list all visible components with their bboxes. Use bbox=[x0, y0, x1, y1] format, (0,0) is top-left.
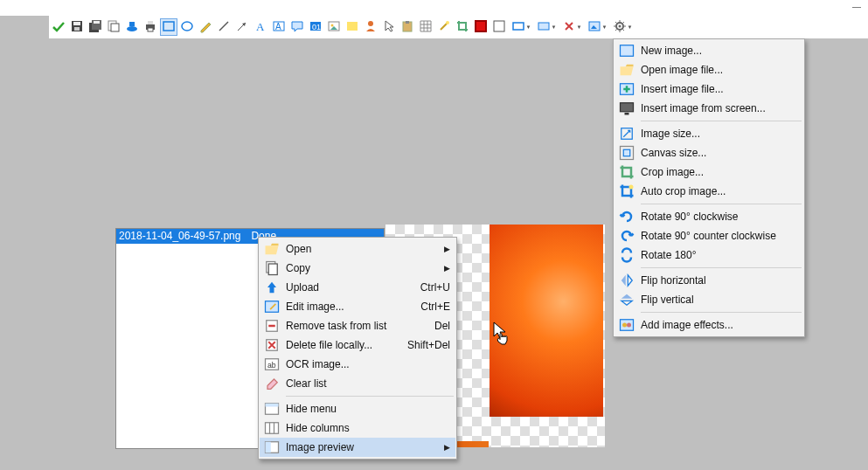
context-menu-item[interactable]: abOCR image... bbox=[260, 355, 455, 374]
screen-icon bbox=[618, 101, 635, 115]
print-button[interactable] bbox=[142, 19, 158, 35]
menu-item-label: Image size... bbox=[641, 128, 798, 140]
svg-rect-31 bbox=[494, 21, 504, 31]
context-menu-item[interactable]: Delete file locally...Shift+Del bbox=[260, 335, 455, 355]
fill-red-button[interactable] bbox=[473, 19, 489, 35]
columns-icon bbox=[263, 421, 281, 435]
context-menu-item[interactable]: Remove task from listDel bbox=[260, 316, 455, 335]
save-button[interactable] bbox=[69, 19, 85, 35]
menu-separator bbox=[641, 267, 802, 268]
image-menu-item[interactable]: New image... bbox=[615, 41, 803, 60]
draw-fill-button[interactable]: ▼ bbox=[535, 19, 558, 35]
arrow-button[interactable] bbox=[234, 19, 250, 35]
flip-h-icon bbox=[618, 273, 635, 287]
chevron-right-icon: ▶ bbox=[444, 264, 450, 273]
context-menu-item[interactable]: Open▶ bbox=[260, 239, 455, 259]
svg-text:A: A bbox=[256, 20, 265, 33]
image-menu-item[interactable]: Open image file... bbox=[615, 60, 803, 79]
menu-shortcut: Ctrl+U bbox=[420, 281, 450, 294]
fill-white-icon bbox=[492, 19, 506, 36]
menu-item-label: Crop image... bbox=[641, 166, 798, 178]
magic-button[interactable] bbox=[436, 19, 452, 35]
image-menu-item[interactable]: Rotate 90° clockwise bbox=[615, 207, 803, 226]
rectangle-select-button[interactable] bbox=[161, 19, 177, 35]
draw-effects-button[interactable]: ▼ bbox=[560, 19, 583, 35]
upload-button[interactable] bbox=[124, 19, 140, 35]
counter-button[interactable]: 01 bbox=[308, 19, 323, 35]
menu-item-label: Delete file locally... bbox=[286, 339, 407, 351]
line-button[interactable] bbox=[216, 19, 232, 35]
image-menu-item[interactable]: Crop image... bbox=[615, 162, 803, 182]
image-menu-item[interactable]: Auto crop image... bbox=[615, 182, 803, 201]
svg-rect-47 bbox=[266, 423, 279, 434]
rotate-cw-icon bbox=[618, 210, 635, 224]
image-menu-item[interactable]: Insert image file... bbox=[615, 79, 803, 99]
paste-button[interactable] bbox=[399, 19, 415, 35]
svg-point-25 bbox=[368, 21, 373, 26]
draw-outline-button[interactable]: ▼ bbox=[510, 19, 532, 35]
paste-icon bbox=[400, 19, 414, 36]
image-menu-item[interactable]: Insert image from screen... bbox=[615, 99, 803, 118]
pointer-button[interactable] bbox=[381, 19, 397, 35]
confirm-button[interactable] bbox=[51, 19, 66, 35]
svg-rect-33 bbox=[538, 23, 549, 30]
ellipse-select-button[interactable] bbox=[179, 19, 195, 35]
context-menu-item[interactable]: Hide menu bbox=[260, 399, 455, 418]
svg-text:01: 01 bbox=[312, 23, 321, 31]
image-menu-item[interactable]: Flip vertical bbox=[615, 290, 803, 309]
flip-v-icon bbox=[618, 293, 635, 307]
crop-button[interactable] bbox=[455, 19, 470, 35]
person-icon bbox=[364, 19, 378, 36]
ocr-icon: ab bbox=[263, 357, 281, 371]
folder-open-icon bbox=[263, 242, 281, 256]
image-menu-item[interactable]: Rotate 90° counter clockwise bbox=[615, 226, 803, 245]
context-menu-item[interactable]: UploadCtrl+U bbox=[260, 278, 455, 297]
open-file-icon bbox=[618, 63, 635, 77]
settings-button[interactable]: ▼ bbox=[611, 19, 634, 35]
text-icon: A bbox=[253, 19, 267, 36]
effects-icon bbox=[618, 318, 635, 332]
image-menu-item[interactable]: Rotate 180° bbox=[615, 245, 803, 265]
save-all-button[interactable] bbox=[87, 19, 103, 35]
menu-item-label: Image preview bbox=[286, 441, 444, 453]
canvas-size-icon bbox=[618, 146, 635, 160]
grid-button[interactable] bbox=[418, 19, 434, 35]
svg-rect-9 bbox=[129, 22, 135, 26]
upload-icon bbox=[125, 19, 139, 36]
context-menu-item[interactable]: Hide columns bbox=[260, 418, 455, 438]
magic-icon bbox=[437, 19, 451, 36]
autocrop-icon bbox=[618, 184, 635, 198]
context-menu-item[interactable]: Edit image...Ctrl+E bbox=[260, 297, 455, 316]
image-menu-item[interactable]: Flip horizontal bbox=[615, 271, 803, 290]
pointer-icon bbox=[382, 19, 396, 36]
context-menu-item[interactable]: Image preview▶ bbox=[260, 438, 455, 457]
image-menu-icon bbox=[587, 19, 601, 36]
highlight-button[interactable] bbox=[344, 19, 360, 35]
rectangle-select-icon bbox=[162, 19, 176, 36]
svg-rect-24 bbox=[347, 22, 358, 31]
context-menu-item[interactable]: Copy▶ bbox=[260, 259, 455, 278]
pencil-button[interactable] bbox=[198, 19, 213, 35]
image-menu-item[interactable]: Image size... bbox=[615, 124, 803, 143]
context-menu-item[interactable]: Clear list bbox=[260, 374, 455, 393]
textbox-button[interactable]: A bbox=[271, 19, 287, 35]
copy-icon bbox=[107, 19, 121, 36]
image-menu-item[interactable]: Add image effects... bbox=[615, 315, 803, 335]
person-button[interactable] bbox=[363, 19, 378, 35]
image-size-icon bbox=[618, 127, 635, 141]
image-menu-item[interactable]: Canvas size... bbox=[615, 143, 803, 162]
print-icon bbox=[143, 19, 157, 36]
image-menu-button[interactable]: ▼ bbox=[586, 19, 608, 35]
fill-white-button[interactable] bbox=[491, 19, 507, 35]
menu-item-label: Insert image from screen... bbox=[641, 102, 798, 114]
rotate180-icon bbox=[618, 248, 635, 262]
textbox-icon: A bbox=[272, 19, 286, 36]
svg-rect-12 bbox=[148, 28, 153, 31]
pencil-icon bbox=[198, 19, 212, 36]
copy-button[interactable] bbox=[106, 19, 122, 35]
image-button[interactable] bbox=[326, 19, 342, 35]
svg-rect-38 bbox=[268, 264, 277, 275]
speech-button[interactable] bbox=[289, 19, 305, 35]
text-button[interactable]: A bbox=[253, 19, 268, 35]
menu-item-label: Auto crop image... bbox=[641, 185, 798, 197]
